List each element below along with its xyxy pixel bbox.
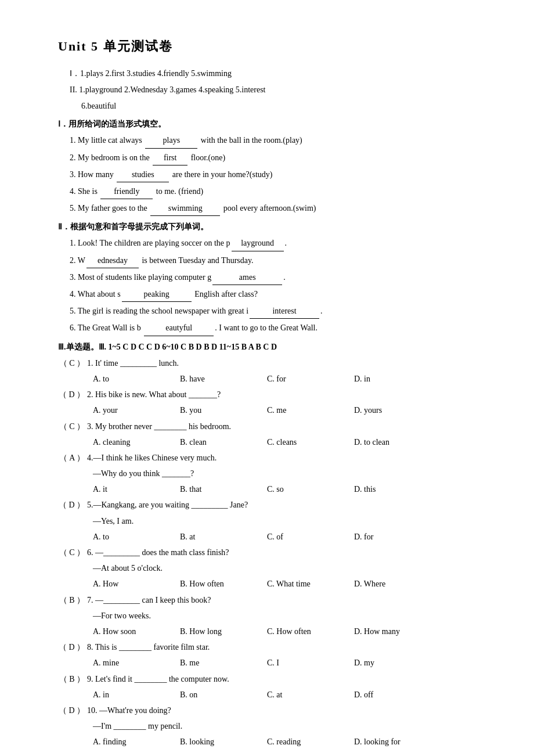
option-7a: A. How soon <box>93 624 157 639</box>
mc-question-8: 8. This is ________ favorite film star. <box>87 640 210 654</box>
option-9b: B. on <box>180 687 244 702</box>
option-7b: B. How long <box>180 624 244 639</box>
mc-item-8: （ D ） 8. This is ________ favorite film … <box>58 640 488 654</box>
answer-key-row1: Ⅰ．1.plays 2.first 3.studies 4.friendly 5… <box>58 66 488 81</box>
option-10a: A. finding <box>93 735 157 749</box>
mc-bracket-1: （ C ） <box>58 356 87 370</box>
mc-bracket-10: （ D ） <box>58 703 87 718</box>
mc-options-7: A. How soon B. How long C. How often D. … <box>58 624 488 639</box>
mc-options-5: A. to B. at C. of D. for <box>58 530 488 544</box>
mc-question-7a: 7. —_________ can I keep this book? <box>87 593 211 607</box>
answer-key-row2: II. 1.playground 2.Wednesday 3.games 4.s… <box>58 82 488 97</box>
option-3a: A. cleaning <box>93 435 157 449</box>
option-10c: C. reading <box>267 735 331 749</box>
option-4a: A. it <box>93 482 157 496</box>
option-2d: D. yours <box>354 403 418 417</box>
section-i-item-3: 3. How many studies are there in your ho… <box>58 167 488 182</box>
section-ii-header: Ⅱ．根据句意和首字母提示完成下列单词。 <box>58 219 488 234</box>
section-iii-header: Ⅲ.单选题。Ⅲ. 1~5 C D C C D 6~10 C B D B D 11… <box>58 340 488 354</box>
mc-question-4b: —Why do you think _______? <box>93 469 194 478</box>
option-6b: B. How often <box>180 577 244 591</box>
option-10d: D. looking for <box>354 735 418 749</box>
option-3d: D. to clean <box>354 435 418 449</box>
mc-question-6a: 6. —_________ does the math class finish… <box>87 545 229 560</box>
option-6a: A. How <box>93 577 157 591</box>
mc-question-7b-row: —For two weeks. <box>58 609 488 623</box>
mc-question-10b-row: —I'm ________ my pencil. <box>58 719 488 733</box>
option-2b: B. you <box>180 403 244 417</box>
mc-bracket-6: （ C ） <box>58 545 87 560</box>
mc-options-10: A. finding B. looking C. reading D. look… <box>58 735 488 749</box>
option-9d: D. off <box>354 687 418 702</box>
mc-question-6b: —At about 5 o'clock. <box>93 564 163 573</box>
option-2c: C. me <box>267 403 331 417</box>
mc-item-3: （ C ） 3. My brother never ________ his b… <box>58 419 488 434</box>
section-i-items: 1. My little cat always plays with the b… <box>58 133 488 216</box>
mc-item-9: （ B ） 9. Let's find it ________ the comp… <box>58 672 488 686</box>
mc-bracket-9: （ B ） <box>58 672 87 686</box>
option-6c: C. What time <box>267 577 331 591</box>
option-6d: D. Where <box>354 577 418 591</box>
mc-question-5a: 5.—Kangkang, are you waiting _________ J… <box>87 498 248 512</box>
option-1a: A. to <box>93 372 157 386</box>
section-iii: Ⅲ.单选题。Ⅲ. 1~5 C D C C D 6~10 C B D B D 11… <box>58 340 488 750</box>
mc-options-2: A. your B. you C. me D. yours <box>58 403 488 417</box>
mc-bracket-8: （ D ） <box>58 640 87 654</box>
option-1c: C. for <box>267 372 331 386</box>
mc-question-3: 3. My brother never ________ his bedroom… <box>87 419 231 434</box>
section-i-header: Ⅰ．用所给词的适当形式填空。 <box>58 117 488 131</box>
section-i-item-4: 4. She is friendly to me. (friend) <box>58 184 488 199</box>
option-3b: B. clean <box>180 435 244 449</box>
option-7d: D. How many <box>354 624 418 639</box>
section-ii-item-3: 3. Most of students like playing compute… <box>58 270 488 285</box>
mc-question-9: 9. Let's find it ________ the computer n… <box>87 672 229 686</box>
option-5a: A. to <box>93 530 157 544</box>
mc-item-6: （ C ） 6. —_________ does the math class … <box>58 545 488 560</box>
mc-options-3: A. cleaning B. clean C. cleans D. to cle… <box>58 435 488 449</box>
section-ii-item-6: 6. The Great Wall is b eautyful. I want … <box>58 321 488 336</box>
section-ii-item-1: 1. Look! The children are playing soccer… <box>58 236 488 251</box>
option-5d: D. for <box>354 530 418 544</box>
mc-options-8: A. mine B. me C. I D. my <box>58 656 488 670</box>
mc-bracket-5: （ D ） <box>58 498 87 512</box>
option-2a: A. your <box>93 403 157 417</box>
answer-key-section: Ⅰ．1.plays 2.first 3.studies 4.friendly 5… <box>58 66 488 114</box>
section-i-item-2: 2. My bedroom is on the first floor.(one… <box>58 150 488 165</box>
mc-item-5: （ D ） 5.—Kangkang, are you waiting _____… <box>58 498 488 512</box>
section-ii: Ⅱ．根据句意和首字母提示完成下列单词。 1. Look! The childre… <box>58 219 488 336</box>
option-7c: C. How often <box>267 624 331 639</box>
mc-bracket-2: （ D ） <box>58 387 87 402</box>
mc-item-7: （ B ） 7. —_________ can I keep this book… <box>58 593 488 607</box>
mc-options-9: A. in B. on C. at D. off <box>58 687 488 702</box>
option-8d: D. my <box>354 656 418 670</box>
option-8c: C. I <box>267 656 331 670</box>
option-9a: A. in <box>93 687 157 702</box>
mc-question-5b-row: —Yes, I am. <box>58 514 488 528</box>
mc-bracket-7: （ B ） <box>58 593 87 607</box>
section-ii-item-2: 2. Wednesday is between Tuesday and Thur… <box>58 253 488 268</box>
mc-question-5b: —Yes, I am. <box>93 517 134 525</box>
mc-question-1: 1. It' time _________ lunch. <box>87 356 179 370</box>
mc-bracket-4: （ A ） <box>58 451 87 465</box>
mc-question-6b-row: —At about 5 o'clock. <box>58 561 488 575</box>
option-4c: C. so <box>267 482 331 496</box>
mc-question-2: 2. His bike is new. What about _______? <box>87 387 221 402</box>
option-4d: D. this <box>354 482 418 496</box>
option-5b: B. at <box>180 530 244 544</box>
section-ii-item-4: 4. What about speaking English after cla… <box>58 287 488 302</box>
option-5c: C. of <box>267 530 331 544</box>
section-i-item-1: 1. My little cat always plays with the b… <box>58 133 488 148</box>
mc-item-10: （ D ） 10. —What're you doing? <box>58 703 488 718</box>
mc-options-4: A. it B. that C. so D. this <box>58 482 488 496</box>
mc-options-6: A. How B. How often C. What time D. Wher… <box>58 577 488 591</box>
mc-item-2: （ D ） 2. His bike is new. What about ___… <box>58 387 488 402</box>
section-i: Ⅰ．用所给词的适当形式填空。 1. My little cat always p… <box>58 117 488 216</box>
option-1d: D. in <box>354 372 418 386</box>
option-9c: C. at <box>267 687 331 702</box>
section-ii-item-5: 5. The girl is reading the school newspa… <box>58 304 488 319</box>
answer-key-row3: 6.beautiful <box>58 99 488 113</box>
mc-question-4a: 4.—I think he likes Chinese very much. <box>87 451 217 465</box>
mc-question-4b-row: —Why do you think _______? <box>58 466 488 481</box>
mc-question-10a: 10. —What're you doing? <box>87 703 171 718</box>
mc-question-7b: —For two weeks. <box>93 611 151 620</box>
